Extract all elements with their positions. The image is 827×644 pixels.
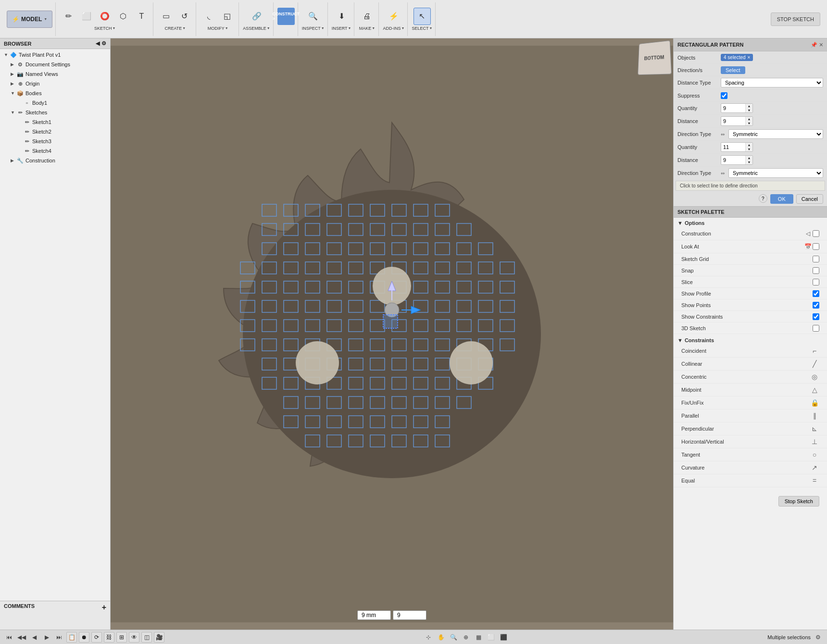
create-revolve-btn[interactable]: ↺ — [175, 8, 193, 25]
sketch-hex-btn[interactable]: ⬡ — [114, 8, 132, 25]
objects-clear-btn[interactable]: × — [748, 55, 751, 60]
nav-cube[interactable]: BOTTOM — [638, 40, 672, 75]
suppress-checkbox[interactable] — [721, 92, 727, 99]
distance1-up[interactable]: ▲ — [746, 117, 752, 121]
hand-btn[interactable]: ✋ — [436, 632, 446, 643]
points-checkbox[interactable] — [813, 302, 819, 309]
lookat-icon[interactable]: 📅 — [803, 242, 813, 251]
viewport-input-quantity[interactable] — [393, 610, 426, 620]
quantity2-up[interactable]: ▲ — [746, 143, 752, 147]
create-extrude-btn[interactable]: ▭ — [157, 8, 175, 25]
play-begin-btn[interactable]: ⏮ — [4, 632, 14, 643]
browser-tree-item[interactable]: ✏ Sketch3 — [0, 136, 110, 146]
play-step-back-btn[interactable]: ◀◀ — [16, 632, 27, 643]
play-end-btn[interactable]: ⏭ — [54, 632, 64, 643]
snap-checkbox[interactable] — [813, 267, 819, 274]
lookat-checkbox[interactable] — [813, 243, 819, 250]
zoom-fit-btn[interactable]: 🔍 — [448, 632, 459, 643]
browser-tree-item[interactable]: ▶ 📷 Named Views — [0, 69, 110, 79]
make-btn[interactable]: 🖨 — [358, 8, 376, 25]
browser-tree-item[interactable]: ▶ ⊕ Origin — [0, 79, 110, 88]
sketch-tool-btn[interactable]: ✏ — [60, 8, 77, 25]
cancel-btn[interactable]: Cancel — [796, 194, 823, 204]
stop-sketch-btn[interactable]: STOP SKETCH — [771, 12, 820, 26]
timeline-btn[interactable]: 📋 — [66, 632, 77, 643]
browser-tree-item[interactable]: ▼ ✏ Sketches — [0, 108, 110, 117]
distance2-up[interactable]: ▲ — [746, 156, 752, 160]
sketch-circle-btn[interactable]: ⭕ — [96, 8, 113, 25]
construction-icon[interactable]: ◁ — [803, 229, 813, 238]
profile-checkbox[interactable] — [813, 290, 819, 297]
sketch-rect-btn[interactable]: ⬜ — [78, 8, 95, 25]
insert-btn[interactable]: ⬇ — [333, 8, 350, 25]
modify-chamfer-btn[interactable]: ◱ — [218, 8, 236, 25]
constraint-collinear[interactable]: Collinear ╱ — [674, 358, 827, 371]
constraint-coincident[interactable]: Coincident ⌐ — [674, 345, 827, 358]
browser-settings-btn[interactable]: ⚙ — [101, 40, 106, 47]
distance-type-select[interactable]: Spacing — [721, 78, 823, 87]
vis-btn[interactable]: 👁 — [129, 632, 139, 643]
distance1-down[interactable]: ▼ — [746, 121, 752, 125]
quantity2-input[interactable] — [721, 143, 745, 151]
snap-mode-btn[interactable]: ⊹ — [423, 632, 434, 643]
constraint-concentric[interactable]: Concentric ◎ — [674, 371, 827, 384]
constraint-perpendicular[interactable]: Perpendicular ⊾ — [674, 422, 827, 435]
inspect-btn[interactable]: 🔍 — [304, 8, 322, 25]
constraints-checkbox[interactable] — [813, 313, 819, 320]
play-fwd-btn[interactable]: ▶ — [41, 632, 52, 643]
zoom-btn[interactable]: ⊕ — [461, 632, 471, 643]
browser-tree-item[interactable]: ▫ Body1 — [0, 98, 110, 108]
grid-checkbox[interactable] — [813, 256, 819, 262]
distance2-down[interactable]: ▼ — [746, 160, 752, 164]
model-button[interactable]: ⚡ MODEL ▼ — [7, 11, 52, 28]
browser-tree-item[interactable]: ✏ Sketch1 — [0, 117, 110, 127]
settings-btn[interactable]: ⚙ — [813, 632, 823, 643]
comments-add-btn[interactable]: + — [102, 603, 106, 612]
browser-tree-item[interactable]: ▶ 🔧 Construction — [0, 156, 110, 165]
rect-pattern-pin-btn[interactable]: 📌 — [811, 42, 817, 48]
browser-tree-item[interactable]: ✏ Sketch4 — [0, 146, 110, 156]
quantity1-up[interactable]: ▲ — [746, 104, 752, 108]
display-btn[interactable]: ▦ — [473, 632, 484, 643]
constraint-equal[interactable]: Equal = — [674, 474, 827, 487]
direction-type2-select[interactable]: Symmetric — [728, 168, 823, 178]
camera-btn[interactable]: 🎥 — [154, 632, 164, 643]
slice-checkbox[interactable] — [813, 279, 819, 285]
constraints-header[interactable]: ▼ Constraints — [674, 336, 827, 345]
construct-btn[interactable]: CONSTRUCT > — [277, 8, 295, 25]
direction-select-btn[interactable]: Select — [721, 66, 745, 74]
browser-tree-item[interactable]: ✏ Sketch2 — [0, 127, 110, 136]
select-btn[interactable]: ↖ — [414, 8, 431, 25]
center-viewport[interactable]: BOTTOM — [111, 38, 673, 630]
layout-btn[interactable]: ◫ — [141, 632, 152, 643]
constraint-hvlock[interactable]: Horizontal/Vertical ⊥ — [674, 435, 827, 448]
constraint-tangent[interactable]: Tangent ○ — [674, 448, 827, 461]
view-btn[interactable]: ⬜ — [486, 632, 496, 643]
direction-type1-select[interactable]: Symmetric — [728, 129, 823, 139]
browser-back-btn[interactable]: ◀ — [96, 40, 100, 47]
distance2-input[interactable] — [721, 156, 745, 164]
assemble-btn[interactable]: 🔗 — [248, 8, 265, 25]
rect-pattern-close-btn[interactable]: × — [819, 41, 823, 49]
addins-btn[interactable]: ⚡ — [385, 8, 402, 25]
3dsketch-checkbox[interactable] — [813, 325, 819, 332]
ok-btn[interactable]: OK — [770, 194, 793, 204]
link-btn[interactable]: ⛓ — [104, 632, 114, 643]
stop-sketch-button[interactable]: Stop Sketch — [778, 496, 819, 507]
browser-tree-item[interactable]: ▼ 🔷 Twist Plant Pot v1 — [0, 50, 110, 60]
constraint-parallel[interactable]: Parallel ∥ — [674, 409, 827, 422]
info-btn[interactable]: ? — [759, 194, 767, 203]
quantity1-input[interactable] — [721, 104, 745, 112]
constraint-midpoint[interactable]: Midpoint △ — [674, 384, 827, 396]
browser-tree-item[interactable]: ▼ 📦 Bodies — [0, 88, 110, 98]
record-btn[interactable]: ⏺ — [79, 632, 89, 643]
options-header[interactable]: ▼ Options — [674, 219, 827, 227]
quantity2-down[interactable]: ▼ — [746, 147, 752, 151]
viewport-input-distance[interactable] — [357, 610, 391, 620]
play-back-btn[interactable]: ◀ — [29, 632, 39, 643]
browser-tree-item[interactable]: ▶ ⚙ Document Settings — [0, 60, 110, 69]
modify-fillet-btn[interactable]: ◟ — [200, 8, 217, 25]
construction-checkbox[interactable] — [813, 230, 819, 237]
grid-btn[interactable]: ⊞ — [116, 632, 127, 643]
render-btn[interactable]: ⬛ — [498, 632, 509, 643]
